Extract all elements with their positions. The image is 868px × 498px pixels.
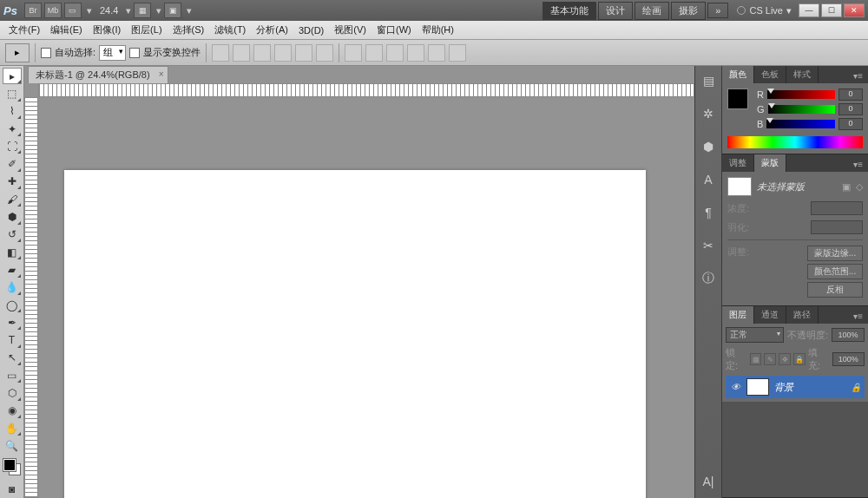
autoselect-dropdown[interactable]: 组 <box>99 45 126 61</box>
wand-tool[interactable]: ✦ <box>3 121 22 137</box>
panel-menu-icon[interactable]: ▾≡ <box>848 69 868 83</box>
arrange-dropdown[interactable]: ▾ <box>154 5 164 16</box>
pixel-mask-icon[interactable]: ▣ <box>842 181 851 193</box>
g-value[interactable]: 0 <box>838 103 863 115</box>
lock-all-icon[interactable]: 🔒 <box>793 353 806 365</box>
stamp-tool[interactable]: ⬢ <box>3 208 22 225</box>
bridge-icon[interactable]: Br <box>24 3 42 18</box>
color-tab[interactable]: 颜色 <box>722 66 754 83</box>
dist-icon-4[interactable] <box>407 44 424 62</box>
menu-window[interactable]: 窗口(W) <box>372 22 417 38</box>
feather-field[interactable] <box>811 220 863 234</box>
maximize-button[interactable]: ☐ <box>821 3 842 17</box>
channels-tab[interactable]: 通道 <box>754 306 786 324</box>
align-icon-6[interactable] <box>316 44 333 62</box>
menu-analysis[interactable]: 分析(A) <box>251 22 293 38</box>
arrange-icon[interactable]: ▦ <box>134 3 151 18</box>
workspace-photo[interactable]: 摄影 <box>671 2 706 20</box>
lock-transparent-icon[interactable]: ▦ <box>750 353 762 365</box>
tool-preset-icon[interactable]: ✂ <box>699 236 718 255</box>
screen-icon[interactable]: ▣ <box>164 3 181 18</box>
autoselect-checkbox[interactable] <box>41 48 51 58</box>
vertical-ruler[interactable] <box>24 97 38 498</box>
quickmask-tool[interactable]: ◙ <box>3 482 22 498</box>
r-slider[interactable] <box>767 90 835 99</box>
align-icon-5[interactable] <box>295 44 312 62</box>
screen-mode-icon[interactable]: ▭ <box>64 3 82 18</box>
document-tab[interactable]: 未标题-1 @ 24.4%(RGB/8) × <box>28 66 168 83</box>
paths-tab[interactable]: 路径 <box>786 306 819 324</box>
styles-tab[interactable]: 样式 <box>786 66 819 83</box>
panel-menu-icon[interactable]: ▾≡ <box>848 309 868 324</box>
menu-3d[interactable]: 3D(D) <box>293 23 329 37</box>
invert-button[interactable]: 反相 <box>807 282 863 298</box>
character-icon[interactable]: A <box>699 170 718 189</box>
workspace-more[interactable]: » <box>707 3 728 18</box>
menu-select[interactable]: 选择(S) <box>168 22 210 38</box>
close-button[interactable]: ✕ <box>844 3 865 17</box>
pen-tool[interactable]: ✒ <box>3 314 22 331</box>
minimize-button[interactable]: — <box>799 3 819 17</box>
fill-field[interactable]: 100% <box>832 352 865 366</box>
dist-icon-5[interactable] <box>428 44 445 62</box>
showtransform-checkbox[interactable] <box>129 48 140 58</box>
b-slider[interactable] <box>766 120 835 128</box>
g-slider[interactable] <box>768 105 835 114</box>
zoom-tool[interactable]: 🔍 <box>3 437 22 454</box>
cslive-button[interactable]: CS Live▾ <box>737 5 792 16</box>
eyedropper-tool[interactable]: ✐ <box>3 155 22 172</box>
menu-help[interactable]: 帮助(H) <box>417 22 459 38</box>
shape-tool[interactable]: ▭ <box>3 367 22 383</box>
type-tool[interactable]: T <box>3 331 22 348</box>
workspace-design[interactable]: 设计 <box>598 2 633 20</box>
visibility-icon[interactable]: 👁 <box>729 381 741 393</box>
close-tab-icon[interactable]: × <box>159 69 164 79</box>
dist-icon-6[interactable] <box>449 44 466 62</box>
char-panel-icon[interactable]: A| <box>699 472 718 491</box>
workspace-paint[interactable]: 绘画 <box>635 2 669 20</box>
hand-tool[interactable]: ✋ <box>3 420 22 436</box>
layer-background[interactable]: 👁 背景 🔒 <box>726 376 865 398</box>
align-icon-3[interactable] <box>253 44 271 62</box>
gradient-tool[interactable]: ▰ <box>3 261 22 278</box>
paragraph-icon[interactable]: ¶ <box>699 203 718 222</box>
history-icon[interactable]: ▤ <box>699 71 718 90</box>
menu-layer[interactable]: 图层(L) <box>126 22 167 38</box>
menu-file[interactable]: 文件(F) <box>3 22 45 38</box>
density-field[interactable] <box>811 201 863 215</box>
adjustments-tab[interactable]: 调整 <box>722 154 754 172</box>
minibridge-icon[interactable]: Mb <box>44 3 62 18</box>
align-icon-1[interactable] <box>212 44 229 62</box>
info-icon[interactable]: ⓘ <box>699 269 718 288</box>
horizontal-ruler[interactable] <box>38 83 694 97</box>
color-range-button[interactable]: 颜色范围... <box>807 264 863 279</box>
history-brush-tool[interactable]: ↺ <box>3 226 22 243</box>
menu-filter[interactable]: 滤镜(T) <box>209 22 251 38</box>
lock-position-icon[interactable]: ✥ <box>779 353 791 365</box>
path-tool[interactable]: ↖ <box>3 350 22 366</box>
vector-mask-icon[interactable]: ◇ <box>856 181 863 193</box>
crop-tool[interactable]: ⛶ <box>3 138 22 154</box>
screen-dropdown[interactable]: ▾ <box>184 5 194 16</box>
move-tool[interactable]: ▸ <box>3 68 22 84</box>
dist-icon-2[interactable] <box>365 44 383 62</box>
dist-icon-1[interactable] <box>345 44 362 62</box>
foreground-swatch[interactable] <box>727 88 748 109</box>
3d-tool[interactable]: ⬡ <box>3 384 22 401</box>
menu-view[interactable]: 视图(V) <box>329 22 372 38</box>
brush-tool[interactable]: 🖌 <box>3 191 22 207</box>
current-tool-icon[interactable]: ▸ <box>5 43 30 62</box>
lasso-tool[interactable]: ⌇ <box>3 103 22 120</box>
menu-image[interactable]: 图像(I) <box>88 22 126 38</box>
screen-mode-dropdown[interactable]: ▾ <box>84 5 95 16</box>
masks-tab[interactable]: 蒙版 <box>754 154 786 172</box>
zoom-level[interactable]: 24.4 <box>100 5 118 16</box>
brush-preset-icon[interactable]: ✲ <box>699 104 718 123</box>
spectrum-bar[interactable] <box>727 136 863 148</box>
align-icon-4[interactable] <box>274 44 292 62</box>
mask-edge-button[interactable]: 蒙版边缘... <box>807 246 863 261</box>
zoom-dropdown[interactable]: ▾ <box>123 5 134 16</box>
camera-tool[interactable]: ◉ <box>3 403 22 419</box>
swatches-tab[interactable]: 色板 <box>754 66 786 83</box>
blend-mode-dropdown[interactable]: 正常 <box>726 327 784 343</box>
